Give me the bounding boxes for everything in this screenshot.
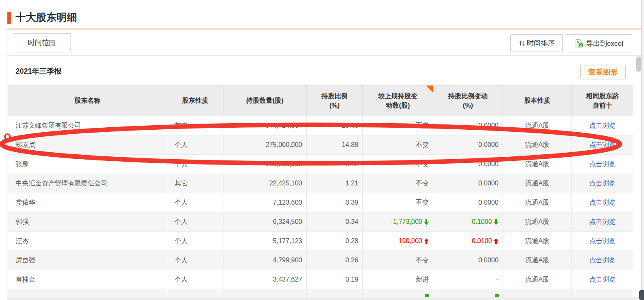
cell-empty bbox=[223, 289, 307, 297]
cell-shares-held: 150,000,000 bbox=[223, 155, 307, 174]
cell-equity-nature: 流通A股 bbox=[503, 174, 572, 193]
view-chart-button[interactable]: 查看图形 bbox=[580, 65, 626, 79]
cell-empty bbox=[363, 289, 433, 297]
cell-holding-ratio: 8.12 bbox=[307, 155, 363, 174]
bottom-cutoff-band bbox=[7, 297, 641, 300]
cell-shareholder-name: 汪杰 bbox=[8, 232, 167, 250]
view-link[interactable]: 点击浏览 bbox=[589, 179, 616, 188]
cell-shares-held: 4,799,900 bbox=[223, 251, 307, 270]
cell-holding-ratio: 0.26 bbox=[307, 251, 363, 270]
time-range-label: 时间范围 bbox=[28, 38, 56, 47]
cell-shareholder-nature: 其它 bbox=[167, 116, 223, 135]
table-row: 郑素贞个人275,000,00014.88不变0.0000流通A股点击浏览 bbox=[8, 135, 633, 154]
cell-share-change: 不变 bbox=[363, 155, 433, 174]
corner-marker-icon bbox=[426, 86, 433, 92]
cell-equity-nature: 流通A股 bbox=[503, 155, 572, 174]
cell-holding-ratio: 14.88 bbox=[307, 135, 363, 154]
green-arrow-tip bbox=[425, 294, 429, 297]
cell-empty bbox=[307, 289, 363, 297]
cell-empty bbox=[8, 289, 167, 297]
column-header: 股本性质 bbox=[503, 86, 572, 116]
export-excel-button[interactable]: x 导出到excel bbox=[566, 34, 632, 52]
cell-ratio-change: 0.0000 bbox=[433, 251, 503, 270]
view-link[interactable]: 点击浏览 bbox=[589, 122, 616, 130]
cell-ratio-change: - bbox=[433, 270, 503, 289]
cell-equity-nature: 流通A股 bbox=[503, 193, 572, 212]
cell-holding-ratio: 0.19 bbox=[307, 270, 363, 289]
cell-track-link: 点击浏览 bbox=[572, 116, 633, 135]
sort-label: 时间排序 bbox=[527, 38, 555, 48]
cell-shareholder-name: 张泉 bbox=[8, 155, 167, 174]
cell-shares-held: 5,177,123 bbox=[223, 232, 307, 250]
cell-ratio-change: 0.0000 bbox=[433, 193, 503, 212]
side-widget-partial[interactable] bbox=[639, 290, 644, 300]
column-header: 相同股东跻 身前十 bbox=[572, 86, 633, 116]
column-header: 股东性质 bbox=[167, 86, 223, 116]
table-header-row: 股东名称股东性质持股数量(股)持股比例 (%)较上期持股变 动数(股)持股比例变… bbox=[8, 85, 633, 116]
sort-arrows-icon bbox=[519, 40, 526, 47]
table-row: 中央汇金资产管理有限责任公司其它22,425,1001.21不变0.0000流通… bbox=[8, 174, 633, 193]
cell-shareholder-nature: 个人 bbox=[167, 135, 223, 154]
cell-empty bbox=[167, 289, 223, 297]
cell-shares-held: 3,437,627 bbox=[223, 270, 307, 289]
cell-shareholder-nature: 个人 bbox=[167, 251, 223, 270]
export-label: 导出到excel bbox=[586, 39, 624, 48]
cell-shareholder-name: 厉自强 bbox=[8, 251, 167, 270]
view-link[interactable]: 点击浏览 bbox=[589, 237, 616, 246]
view-link[interactable]: 点击浏览 bbox=[589, 141, 616, 149]
svg-text:x: x bbox=[580, 43, 582, 47]
table-row: 江苏文峰集团有限公司其它544,724,56729.48不变0.0000流通A股… bbox=[8, 116, 633, 135]
cell-empty bbox=[503, 289, 572, 297]
cell-shares-held: 7,123,600 bbox=[223, 193, 307, 212]
table-row: 郭强个人6,324,5000.34-1,773,000-0.1000流通A股点击… bbox=[8, 212, 633, 231]
excel-icon: x bbox=[575, 39, 584, 48]
cell-shareholder-name: 中央汇金资产管理有限责任公司 bbox=[8, 174, 167, 193]
table-row: 厉自强个人4,799,9000.26不变0.0000流通A股点击浏览 bbox=[8, 250, 633, 270]
cell-shareholder-nature: 个人 bbox=[167, 232, 223, 250]
cell-equity-nature: 流通A股 bbox=[503, 251, 572, 270]
cell-shares-held: 6,324,500 bbox=[223, 212, 307, 231]
scrollbar-thumb[interactable] bbox=[636, 56, 641, 72]
cell-equity-nature: 流通A股 bbox=[503, 212, 572, 231]
cell-shareholder-nature: 个人 bbox=[167, 270, 223, 289]
cell-share-change: 不变 bbox=[363, 251, 433, 270]
cell-equity-nature: 流通A股 bbox=[503, 270, 572, 289]
cell-shareholder-nature: 个人 bbox=[167, 193, 223, 212]
cell-share-change: 190,000 bbox=[363, 232, 433, 250]
table-row: 汪杰个人5,177,1230.28190,0000.0100流通A股点击浏览 bbox=[8, 231, 633, 250]
view-link[interactable]: 点击浏览 bbox=[589, 218, 616, 226]
cell-share-change: 不变 bbox=[363, 116, 433, 135]
page: 十大股东明细 时间范围 时间排序 x 导出到excel 2021年三季报 bbox=[0, 0, 644, 300]
cell-shareholder-name: 江苏文峰集团有限公司 bbox=[8, 116, 167, 135]
cell-shares-held: 544,724,567 bbox=[223, 116, 307, 135]
cell-shares-held: 275,000,000 bbox=[223, 135, 307, 154]
cell-share-change: 新进 bbox=[363, 270, 433, 289]
cell-holding-ratio: 29.48 bbox=[307, 116, 363, 135]
view-link[interactable]: 点击浏览 bbox=[589, 198, 616, 207]
cell-share-change: 不变 bbox=[363, 193, 433, 212]
column-header: 持股比例变动 (%) bbox=[433, 86, 503, 116]
time-range-button[interactable]: 时间范围 bbox=[13, 33, 71, 52]
shareholders-table: 股东名称股东性质持股数量(股)持股比例 (%)较上期持股变 动数(股)持股比例变… bbox=[8, 85, 633, 297]
column-header: 股东名称 bbox=[8, 86, 167, 116]
page-title: 十大股东明细 bbox=[16, 11, 77, 24]
cell-empty bbox=[433, 289, 503, 297]
cell-shares-held: 22,425,100 bbox=[223, 174, 307, 193]
view-link[interactable]: 点击浏览 bbox=[589, 275, 616, 284]
cell-track-link: 点击浏览 bbox=[572, 155, 633, 174]
view-link[interactable]: 点击浏览 bbox=[589, 160, 616, 169]
cell-empty bbox=[572, 289, 633, 297]
cell-track-link: 点击浏览 bbox=[572, 193, 633, 212]
cell-shareholder-name: 郑素贞 bbox=[8, 135, 167, 154]
table-row: 张泉个人150,000,0008.12不变0.0000流通A股点击浏览 bbox=[8, 154, 633, 174]
view-link[interactable]: 点击浏览 bbox=[589, 256, 616, 265]
cell-share-change: -1,773,000 bbox=[363, 212, 433, 231]
cell-holding-ratio: 0.34 bbox=[307, 212, 363, 231]
cell-shareholder-nature: 个人 bbox=[167, 212, 223, 231]
cell-track-link: 点击浏览 bbox=[572, 251, 633, 270]
cell-track-link: 点击浏览 bbox=[572, 270, 633, 289]
time-sort-button[interactable]: 时间排序 bbox=[510, 34, 563, 52]
table-row: 肖桂金个人3,437,6270.19新进-流通A股点击浏览 bbox=[8, 270, 633, 289]
cell-holding-ratio: 1.21 bbox=[307, 174, 363, 193]
panel-border bbox=[7, 0, 7, 300]
